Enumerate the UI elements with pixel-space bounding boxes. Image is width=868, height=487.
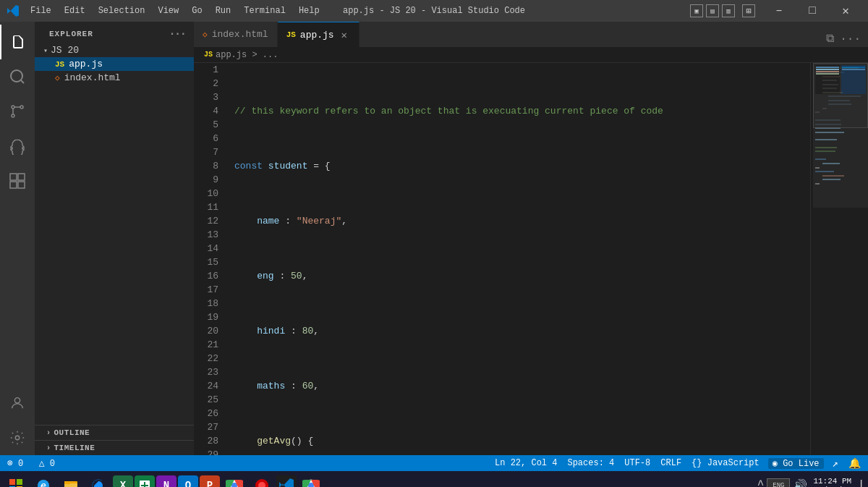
- tab-appjs[interactable]: JS app.js ✕: [278, 22, 359, 47]
- excel-letter: X: [120, 480, 126, 487]
- time-display: 11:24 PM: [813, 477, 851, 486]
- svg-line-1: [21, 80, 24, 83]
- code-lines[interactable]: // this keyword refers to an object that…: [224, 63, 810, 455]
- excel-icon[interactable]: X: [113, 475, 133, 487]
- menu-edit[interactable]: Edit: [59, 4, 91, 17]
- sidebar-title: Explorer: [49, 30, 93, 38]
- status-eol[interactable]: CRLF: [659, 458, 683, 468]
- edge-icon[interactable]: [85, 473, 111, 487]
- status-errors[interactable]: ⊗ 0 △ 0: [6, 457, 56, 469]
- code-line-5: hindi : 80,: [234, 324, 810, 338]
- sidebar-outline-section[interactable]: › OUTLINE: [35, 425, 194, 440]
- ln-2: 2: [194, 77, 218, 90]
- code-line-1: // this keyword refers to an object that…: [234, 104, 810, 118]
- ln-12: 12: [194, 214, 218, 228]
- ln-8: 8: [194, 159, 218, 173]
- ln-23: 23: [194, 365, 218, 379]
- activity-source-control[interactable]: [0, 94, 35, 129]
- sidebar-timeline-section[interactable]: › TIMELINE: [35, 440, 194, 455]
- more-actions-icon[interactable]: ···: [838, 31, 862, 47]
- activity-debug[interactable]: [0, 129, 35, 164]
- svg-rect-8: [18, 182, 25, 188]
- split-editor-icon[interactable]: ⧉: [825, 30, 835, 47]
- layout-icon-1[interactable]: ▣: [690, 4, 703, 17]
- menu-help[interactable]: Help: [293, 4, 326, 17]
- file-explorer-icon[interactable]: [58, 473, 84, 487]
- activity-account[interactable]: [0, 386, 35, 420]
- status-encoding[interactable]: UTF-8: [623, 458, 652, 468]
- maximize-button[interactable]: □: [796, 0, 829, 22]
- svg-rect-36: [822, 179, 841, 180]
- window-title: app.js - JS 20 - Visual Studio Code: [343, 6, 525, 16]
- svg-point-10: [15, 436, 20, 440]
- taskbar-left: e X N: [3, 473, 324, 487]
- vscode-icon: [6, 4, 20, 18]
- svg-rect-38: [9, 479, 15, 485]
- layout-icon-4[interactable]: ⊞: [742, 4, 755, 17]
- code-editor[interactable]: 1 2 3 4 5 6 7 8 9 10 11 12 13 14 15 16 1: [194, 63, 810, 455]
- sidebar-folder-js20[interactable]: ▾ JS 20: [35, 43, 194, 57]
- show-desktop-button[interactable]: |: [857, 478, 865, 487]
- status-language[interactable]: {} JavaScript: [690, 458, 761, 468]
- activity-files[interactable]: [0, 25, 35, 59]
- sidebar-item-appjs[interactable]: JS app.js: [35, 57, 194, 71]
- menu-go[interactable]: Go: [186, 4, 208, 17]
- activity-bar-bottom: [0, 386, 35, 455]
- status-ln-col[interactable]: Ln 22, Col 4: [493, 458, 558, 468]
- broadcast-icon[interactable]: ↗: [831, 457, 840, 470]
- tab-indexhtml-label: index.html: [212, 29, 268, 40]
- menu-terminal[interactable]: Terminal: [238, 4, 292, 17]
- ln-17: 17: [194, 283, 218, 297]
- sidebar-more-button[interactable]: ···: [169, 27, 185, 41]
- menu-view[interactable]: View: [152, 4, 184, 17]
- code-line-3: name : "Neeraj",: [234, 214, 810, 228]
- svg-rect-34: [815, 171, 834, 172]
- clock-date: 11:24 PM 29/04/24: [813, 477, 851, 487]
- volume-icon[interactable]: 🔊: [793, 478, 807, 487]
- sidebar-file-label-appjs: app.js: [69, 59, 103, 69]
- menu-file[interactable]: File: [25, 4, 57, 17]
- golive-button[interactable]: ◉ Go Live: [768, 458, 824, 469]
- ie-icon[interactable]: e: [30, 473, 56, 487]
- red-app-icon[interactable]: [249, 473, 275, 487]
- menu-run[interactable]: Run: [210, 4, 237, 17]
- ln-16: 16: [194, 269, 218, 283]
- powerpoint-letter: P: [207, 480, 213, 487]
- ln-25: 25: [194, 393, 218, 407]
- close-button[interactable]: ✕: [829, 0, 862, 22]
- ln-7: 7: [194, 145, 218, 159]
- green-app-icon[interactable]: [135, 475, 155, 487]
- onenote-icon[interactable]: N: [156, 475, 176, 487]
- line-numbers: 1 2 3 4 5 6 7 8 9 10 11 12 13 14 15 16 1: [194, 63, 224, 455]
- layout-icon-2[interactable]: ▤: [706, 4, 719, 17]
- chrome-icon[interactable]: [221, 473, 247, 487]
- ln-21: 21: [194, 338, 218, 352]
- ln-6: 6: [194, 132, 218, 145]
- code-line-7: getAvg() {: [234, 434, 810, 448]
- start-button[interactable]: [3, 473, 29, 487]
- powerpoint-icon[interactable]: P: [200, 475, 220, 487]
- vscode-taskbar-icon[interactable]: [276, 475, 297, 487]
- tab-indexhtml[interactable]: ◇ index.html: [194, 22, 278, 47]
- html-file-icon: ◇: [55, 73, 60, 82]
- outline-chevron: ›: [46, 429, 51, 437]
- svg-rect-31: [815, 158, 826, 160]
- activity-settings[interactable]: [0, 420, 35, 455]
- svg-rect-29: [815, 147, 837, 148]
- layout-icon-3[interactable]: ▥: [722, 4, 735, 17]
- ln-28: 28: [194, 434, 218, 448]
- menu-selection[interactable]: Selection: [93, 4, 151, 17]
- keyboard-icon[interactable]: ENG: [767, 478, 790, 487]
- minimize-button[interactable]: –: [762, 0, 796, 22]
- tray-arrow[interactable]: ^: [757, 479, 765, 487]
- status-bar: ⊗ 0 △ 0 Ln 22, Col 4 Spaces: 4 UTF-8 CRL…: [0, 455, 868, 471]
- tab-close-button[interactable]: ✕: [339, 29, 350, 41]
- activity-search[interactable]: [0, 59, 35, 94]
- sidebar-item-indexhtml[interactable]: ◇ index.html: [35, 71, 194, 85]
- activity-extensions[interactable]: [0, 164, 35, 198]
- chrome-badge-icon[interactable]: G: [298, 473, 324, 487]
- notification-icon[interactable]: 🔔: [847, 457, 862, 470]
- outlook-icon[interactable]: O: [178, 475, 198, 487]
- status-spaces[interactable]: Spaces: 4: [566, 458, 616, 468]
- minimap-thumbnail: [813, 63, 868, 128]
